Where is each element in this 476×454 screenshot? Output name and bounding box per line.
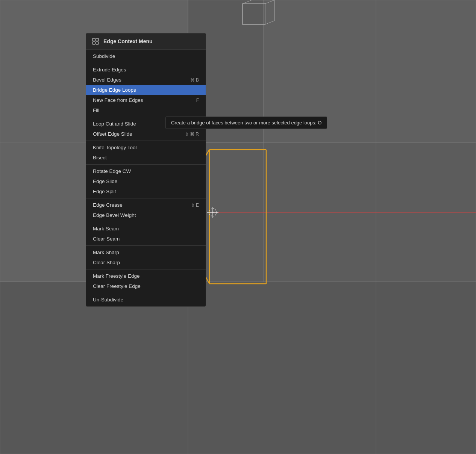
viewport bbox=[0, 0, 476, 454]
menu-section-extrude: Extrude Edges Bevel Edges ⌘ B Bridge Edg… bbox=[86, 63, 206, 117]
menu-item-edge-bevel-weight[interactable]: Edge Bevel Weight bbox=[86, 210, 206, 220]
menu-item-clear-freestyle-edge[interactable]: Clear Freestyle Edge bbox=[86, 281, 206, 291]
svg-rect-29 bbox=[92, 42, 95, 44]
menu-section-seam: Mark Seam Clear Seam bbox=[86, 222, 206, 246]
svg-rect-30 bbox=[96, 42, 99, 44]
menu-section-knife: Knife Topology Tool Bisect bbox=[86, 141, 206, 165]
menu-item-bevel-edges[interactable]: Bevel Edges ⌘ B bbox=[86, 75, 206, 85]
menu-item-clear-seam[interactable]: Clear Seam bbox=[86, 234, 206, 244]
menu-item-un-subdivide[interactable]: Un-Subdivide bbox=[86, 295, 206, 305]
svg-rect-17 bbox=[243, 4, 265, 24]
menu-item-mark-freestyle-edge[interactable]: Mark Freestyle Edge bbox=[86, 271, 206, 281]
menu-item-mark-seam[interactable]: Mark Seam bbox=[86, 224, 206, 234]
svg-point-23 bbox=[209, 209, 217, 216]
menu-item-new-face-from-edges[interactable]: New Face from Edges F bbox=[86, 95, 206, 105]
svg-marker-2 bbox=[263, 0, 476, 169]
menu-section-subdivide: Subdivide bbox=[86, 50, 206, 63]
menu-item-edge-split[interactable]: Edge Split bbox=[86, 186, 206, 197]
svg-line-21 bbox=[265, 21, 274, 24]
menu-item-edge-slide[interactable]: Edge Slide bbox=[86, 176, 206, 186]
menu-header: Edge Context Menu bbox=[86, 33, 206, 50]
menu-item-rotate-edge-cw[interactable]: Rotate Edge CW bbox=[86, 166, 206, 176]
menu-item-knife-topology-tool[interactable]: Knife Topology Tool bbox=[86, 142, 206, 153]
menu-section-crease: Edge Crease ⇧ E Edge Bevel Weight bbox=[86, 198, 206, 222]
menu-section-rotate: Rotate Edge CW Edge Slide Edge Split bbox=[86, 165, 206, 198]
bridge-edge-loops-tooltip: Create a bridge of faces between two or … bbox=[165, 117, 327, 129]
menu-item-extrude-edges[interactable]: Extrude Edges bbox=[86, 65, 206, 75]
menu-item-edge-crease[interactable]: Edge Crease ⇧ E bbox=[86, 200, 206, 210]
menu-header-icon bbox=[91, 37, 100, 45]
menu-item-subdivide[interactable]: Subdivide bbox=[86, 51, 206, 61]
svg-line-18 bbox=[243, 0, 252, 4]
menu-item-offset-edge-slide[interactable]: Offset Edge Slide ⇧ ⌘ R bbox=[86, 129, 206, 139]
menu-item-clear-sharp[interactable]: Clear Sharp bbox=[86, 257, 206, 268]
svg-rect-28 bbox=[96, 38, 99, 41]
svg-point-26 bbox=[212, 212, 214, 213]
menu-item-mark-sharp[interactable]: Mark Sharp bbox=[86, 247, 206, 257]
menu-item-fill[interactable]: Fill bbox=[86, 105, 206, 115]
menu-section-sharp: Mark Sharp Clear Sharp bbox=[86, 246, 206, 269]
menu-section-unsubdivide: Un-Subdivide bbox=[86, 293, 206, 306]
menu-section-freestyle: Mark Freestyle Edge Clear Freestyle Edge bbox=[86, 269, 206, 293]
context-menu: Edge Context Menu Subdivide Extrude Edge… bbox=[86, 33, 206, 307]
menu-item-bisect[interactable]: Bisect bbox=[86, 153, 206, 163]
menu-item-bridge-edge-loops[interactable]: Bridge Edge Loops bbox=[86, 85, 206, 95]
svg-line-19 bbox=[265, 0, 274, 4]
svg-marker-3 bbox=[0, 282, 476, 454]
viewport-geometry bbox=[0, 0, 476, 454]
svg-marker-4 bbox=[188, 143, 476, 282]
svg-rect-27 bbox=[92, 38, 95, 41]
menu-title: Edge Context Menu bbox=[103, 38, 153, 44]
